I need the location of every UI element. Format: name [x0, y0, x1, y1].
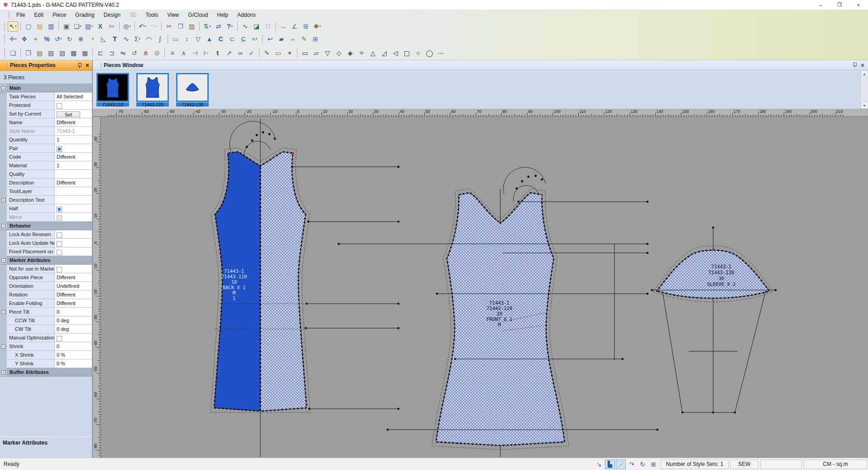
expand-tool-icon[interactable]: ⇔	[288, 34, 298, 44]
smooth-curve-icon[interactable]: ≈▾	[249, 34, 260, 44]
zoom-target-icon[interactable]: ⊕	[76, 34, 86, 44]
refresh-icon[interactable]: ↻	[64, 34, 75, 44]
checkbox-checked[interactable]	[57, 207, 62, 212]
property-value[interactable]: Different	[55, 291, 92, 299]
property-value[interactable]	[55, 187, 92, 195]
thumbnails-scrollbar[interactable]: ▲ ▼	[860, 70, 868, 109]
grid-table-icon[interactable]: ⊞	[648, 460, 658, 469]
diamond-shape-icon[interactable]: ◇	[334, 48, 344, 58]
rotate-icon[interactable]: ↻	[638, 460, 647, 469]
section-buffer-attributes[interactable]: +Buffer Attributes	[0, 368, 92, 377]
section-behavior[interactable]: −Behavior	[0, 222, 92, 230]
pin-icon[interactable]	[76, 62, 83, 69]
triangle-shape-icon[interactable]: △	[368, 48, 378, 58]
property-value[interactable]: Different	[55, 299, 92, 307]
protractor-icon[interactable]: ◔	[87, 34, 97, 44]
checkbox-unchecked[interactable]	[57, 233, 62, 238]
property-row-style-name[interactable]: Style Name71443-1	[0, 127, 92, 136]
property-value[interactable]: Different	[55, 153, 92, 161]
property-row-description-text[interactable]: +Description Text	[0, 196, 92, 204]
undo-icon[interactable]: ↶▾	[137, 21, 148, 32]
dropdown-arrow-icon[interactable]: ▾	[144, 24, 146, 28]
arrow-ne-icon[interactable]: ↗	[224, 48, 234, 58]
dropdown-arrow-icon[interactable]: ▾	[231, 24, 233, 28]
expand-icon[interactable]: +	[1, 198, 5, 202]
collapse-icon[interactable]: −	[1, 224, 5, 228]
point-grid-icon[interactable]: ∷	[263, 21, 273, 32]
pen-icon[interactable]: ✎	[262, 48, 272, 58]
rounded-rect-shape-icon[interactable]: ▢	[402, 48, 412, 58]
left-triangle-shape-icon[interactable]: ◁	[390, 48, 401, 58]
property-row-lock-auto-update-no[interactable]: Lock Auto Update No	[0, 239, 92, 247]
property-row-ccw-tilt[interactable]: CCW Tilt0 deg	[0, 316, 92, 325]
menu-item-design[interactable]: Design	[99, 11, 125, 19]
dropdown-arrow-icon[interactable]: ▾	[256, 37, 258, 41]
scale-percent-icon[interactable]: %	[42, 34, 52, 44]
dropdown-arrow-icon[interactable]: ▾	[129, 24, 131, 28]
copy-icon[interactable]: ❐	[175, 21, 186, 32]
options-icon[interactable]: ✱▾	[312, 21, 322, 32]
merge-curve-icon[interactable]: ⊆	[238, 34, 249, 44]
paste-icon[interactable]: ▨	[187, 21, 197, 32]
property-row-protected[interactable]: Protected	[0, 101, 92, 110]
dropdown-arrow-icon[interactable]: ▾	[139, 37, 141, 41]
menu-item-help[interactable]: Help	[212, 11, 233, 19]
checkbox-unchecked[interactable]	[57, 103, 62, 109]
property-row-half[interactable]: Half	[0, 204, 92, 213]
checkbox-unchecked[interactable]	[57, 241, 62, 247]
expand-icon[interactable]: +	[1, 370, 5, 374]
dart-icon[interactable]: ∧	[178, 48, 189, 58]
property-value[interactable]: 0 %	[55, 351, 92, 359]
pleat-icon[interactable]: ≡	[167, 48, 177, 58]
seam-out-icon[interactable]: ⊢	[201, 48, 211, 58]
property-value[interactable]: All Selected	[55, 92, 92, 101]
property-value[interactable]	[55, 101, 92, 109]
dots-shape-icon[interactable]: ⋯	[436, 48, 446, 58]
property-row-material[interactable]: Material1	[0, 161, 92, 170]
piece-d-icon[interactable]: ▩	[68, 48, 79, 58]
property-value[interactable]: 0 %	[55, 359, 92, 368]
vertical-arrows-icon[interactable]: ↕	[182, 34, 192, 44]
menu-item-tools[interactable]: Tools	[141, 11, 163, 19]
text-tool-icon[interactable]: T	[110, 34, 120, 44]
restore-button[interactable]: ❐	[830, 0, 849, 10]
collapse-icon[interactable]: −	[1, 258, 5, 262]
flip-piece-icon[interactable]: ⇋	[118, 48, 128, 58]
scroll-up-icon[interactable]: ▲	[861, 70, 868, 77]
table-tool-icon[interactable]: ⊞	[310, 34, 321, 44]
property-value[interactable]	[55, 170, 92, 178]
property-row-orientation[interactable]: OrientationUndefined	[0, 282, 92, 291]
pattern-canvas[interactable]: 71443-1 71443-110 10 BACK X 1 M 1 71443-…	[93, 109, 868, 458]
seam-in-icon[interactable]: ⊣	[190, 48, 200, 58]
checkbox-unchecked[interactable]	[57, 336, 62, 341]
property-value[interactable]: Different	[55, 179, 92, 187]
checkbox-unchecked[interactable]	[57, 250, 62, 255]
pieces-window-close-icon[interactable]: ×	[860, 62, 865, 68]
zoom-tool-icon[interactable]: ◎▾	[122, 21, 132, 32]
help-icon[interactable]: ?▾	[225, 21, 235, 32]
menu-item-addons[interactable]: Addons	[233, 11, 260, 19]
checkbox-checked[interactable]	[57, 146, 62, 152]
c-curve-icon[interactable]: C	[216, 34, 226, 44]
property-value[interactable]: 0	[55, 342, 92, 350]
menu-item-piece[interactable]: Piece	[48, 11, 71, 19]
property-row-mirror[interactable]: Mirror	[0, 213, 92, 222]
angle-measure-icon[interactable]: ∠	[289, 21, 300, 32]
transfer-pieces-icon[interactable]: ⇄	[213, 21, 224, 32]
scroll-down-icon[interactable]: ▼	[861, 102, 868, 109]
property-row-piece-tilt[interactable]: −Piece Tilt0	[0, 308, 92, 316]
cut-segment-icon[interactable]: ⊂	[227, 34, 237, 44]
property-value[interactable]	[55, 204, 92, 213]
dropdown-arrow-icon[interactable]: ▾	[15, 37, 17, 41]
check-icon[interactable]: ✓	[246, 48, 257, 58]
property-value[interactable]	[55, 334, 92, 342]
piece-thumbnail-back[interactable]: 71443-110	[96, 73, 129, 109]
drill-hole-icon[interactable]: ⊙	[152, 48, 162, 58]
property-row-name[interactable]: NameDifferent	[0, 118, 92, 127]
save-piece-icon[interactable]: ▤	[34, 48, 45, 58]
property-row-enable-folding[interactable]: Enable FoldingDifferent	[0, 299, 92, 308]
property-value[interactable]	[55, 196, 92, 204]
property-row-pair[interactable]: Pair	[0, 144, 92, 153]
scroll-track[interactable]	[861, 77, 868, 102]
menu-item-g-cloud[interactable]: G/Cloud	[183, 11, 212, 19]
